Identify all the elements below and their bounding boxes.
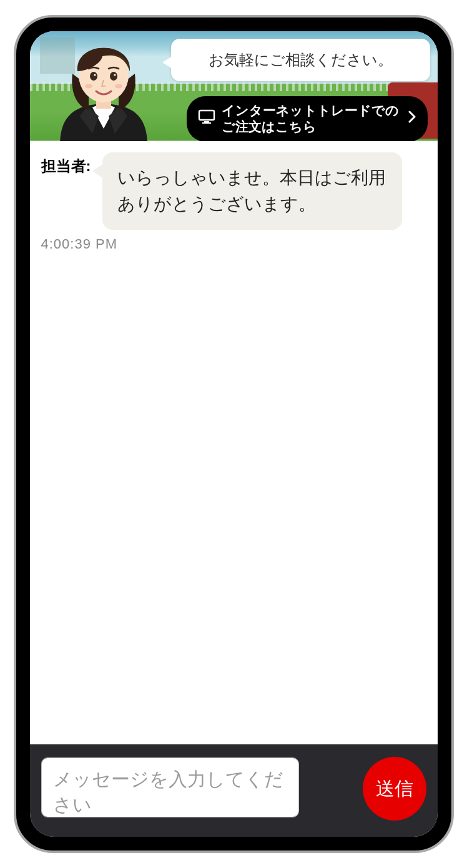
message-row: 担当者: いらっしゃいませ。本日はご利用ありがとうございます。 [41, 152, 426, 230]
cta-text: インターネットトレードでの ご注文はこちら [222, 102, 399, 136]
internet-trade-cta-button[interactable]: インターネットトレードでの ご注文はこちら [187, 96, 428, 141]
message-timestamp: 4:00:39 PM [41, 236, 426, 252]
agent-avatar [49, 31, 159, 141]
monitor-icon [198, 109, 215, 128]
send-button-label: 送信 [376, 776, 413, 802]
svg-point-6 [85, 84, 92, 89]
chevron-right-icon [408, 111, 416, 127]
message-input[interactable] [41, 757, 299, 817]
svg-point-5 [114, 74, 116, 76]
cta-line-2: ご注文はこちら [222, 119, 317, 134]
agent-greeting-bubble: お気軽にご相談ください。 [171, 39, 430, 81]
sender-label: 担当者: [41, 152, 91, 176]
message-composer: 送信 [30, 744, 438, 837]
agent-avatar-icon [49, 31, 159, 141]
svg-point-7 [115, 84, 122, 89]
agent-message-bubble: いらっしゃいませ。本日はご利用ありがとうございます。 [102, 152, 402, 230]
cta-line-1: インターネットトレードでの [222, 103, 399, 117]
svg-rect-10 [202, 122, 211, 124]
svg-point-4 [94, 74, 96, 76]
agent-greeting-text: お気軽にご相談ください。 [209, 51, 393, 68]
chat-messages-area[interactable]: 担当者: いらっしゃいませ。本日はご利用ありがとうございます。 4:00:39 … [30, 141, 438, 744]
agent-message-text: いらっしゃいませ。本日はご利用ありがとうございます。 [117, 168, 386, 214]
svg-point-2 [90, 72, 97, 81]
svg-rect-8 [199, 111, 214, 120]
phone-screen: お気軽にご相談ください。 インターネットトレードでの ご注文はこちら 担当者: … [30, 31, 438, 837]
phone-frame: お気軽にご相談ください。 インターネットトレードでの ご注文はこちら 担当者: … [14, 15, 454, 853]
chat-header-banner: お気軽にご相談ください。 インターネットトレードでの ご注文はこちら [30, 31, 438, 141]
send-button[interactable]: 送信 [363, 757, 426, 821]
svg-point-3 [110, 72, 117, 81]
